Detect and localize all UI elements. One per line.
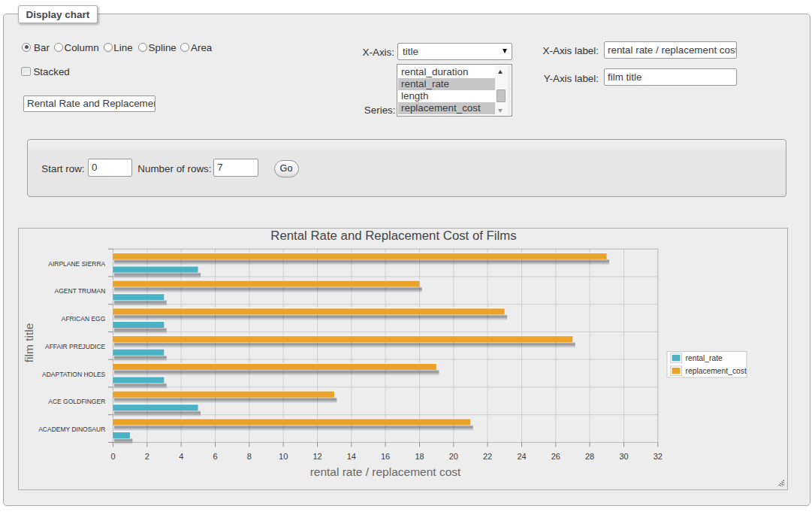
svg-text:12: 12: [312, 452, 321, 461]
svg-text:2: 2: [145, 452, 149, 461]
svg-text:rental rate / replacement cost: rental rate / replacement cost: [310, 465, 461, 478]
svg-text:18: 18: [415, 452, 424, 461]
svg-text:AGENT TRUMAN: AGENT TRUMAN: [55, 287, 106, 295]
svg-text:Rental Rate and Replacement Co: Rental Rate and Replacement Cost of Film…: [270, 229, 516, 243]
svg-text:ACE GOLDFINGER: ACE GOLDFINGER: [48, 398, 105, 405]
svg-text:AIRPLANE SIERRA: AIRPLANE SIERRA: [48, 260, 105, 268]
svg-text:10: 10: [279, 452, 288, 461]
svg-text:20: 20: [449, 452, 458, 461]
svg-text:16: 16: [381, 452, 390, 461]
svg-text:26: 26: [551, 452, 560, 461]
svg-text:replacement_cost: replacement_cost: [686, 367, 747, 375]
svg-text:ACADEMY DINOSAUR: ACADEMY DINOSAUR: [38, 426, 105, 433]
svg-text:4: 4: [179, 452, 183, 461]
svg-text:8: 8: [247, 452, 252, 461]
svg-text:AFRICAN EGG: AFRICAN EGG: [62, 315, 106, 323]
svg-text:ADAPTATION HOLES: ADAPTATION HOLES: [42, 371, 106, 378]
svg-text:22: 22: [483, 452, 492, 461]
svg-text:AFFAIR PREJUDICE: AFFAIR PREJUDICE: [45, 343, 106, 350]
svg-text:28: 28: [585, 452, 594, 461]
svg-text:rental_rate: rental_rate: [686, 354, 723, 362]
svg-text:film title: film title: [23, 323, 35, 363]
svg-text:32: 32: [654, 452, 663, 461]
svg-text:24: 24: [517, 452, 526, 461]
svg-text:14: 14: [347, 452, 356, 461]
svg-text:6: 6: [213, 452, 217, 461]
svg-text:30: 30: [619, 452, 628, 461]
svg-text:0: 0: [110, 452, 115, 461]
